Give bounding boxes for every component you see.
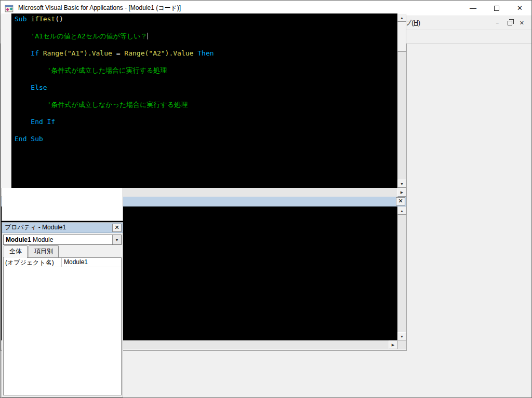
maximize-icon [494,6,499,11]
mdi-close-button[interactable]: ✕ [520,20,524,26]
mdi-minimize-button[interactable]: － [495,19,500,27]
window-title: Microsoft Visual Basic for Applications … [18,4,181,12]
maximize-button[interactable] [485,1,508,16]
properties-panel-title: プロパティ - Module1 [5,223,66,232]
tab-alphabetic[interactable]: 全体 [4,245,28,258]
minimize-icon: — [470,4,476,12]
properties-panel-close-button[interactable]: ✕ [112,224,122,232]
scroll-down-icon[interactable]: ▼ [397,332,406,340]
mdi-minimize-icon: － [495,19,500,27]
code-editor[interactable]: Sub ifTest() 'A1セルの値とA2セルの値が等しい？ If Rang… [11,13,397,188]
vbe-window: { "window": { "title": "Microsoft Visual… [0,0,532,398]
dropdown-arrow-icon[interactable]: ▼ [112,235,121,244]
text-cursor [148,33,148,39]
properties-panel-titlebar[interactable]: プロパティ - Module1 ✕ [2,223,123,233]
mdi-window-controls: － ✕ [495,19,531,27]
code-window: (General) ▼ ifTest ▼ Sub ifTest() 'A1セルの… [1,1,407,196]
immediate-close-button[interactable]: ✕ [396,197,405,205]
close-icon: ✕ [398,198,403,204]
scroll-right-icon[interactable]: ▶ [397,188,406,197]
object-selector-dropdown[interactable]: Module1 Module ▼ [3,235,122,245]
code-vertical-scrollbar[interactable]: ▲ ▼ [397,13,406,188]
mdi-restore-icon [508,21,512,25]
selected-object-name: Module1 [6,236,31,243]
selected-object-type: Module [33,236,53,243]
scroll-right-icon[interactable]: ▶ [389,340,397,349]
properties-grid: (オブジェクト名)Module1 [3,257,122,395]
vbe-app-icon [5,4,14,13]
immediate-vertical-scrollbar[interactable]: ▲ ▼ [397,207,406,340]
margin-indicator-bar[interactable] [1,13,11,188]
minimize-button[interactable]: — [461,1,485,16]
scrollbar-thumb[interactable] [397,22,406,52]
property-row[interactable]: (オブジェクト名)Module1 [4,258,121,267]
property-name: (オブジェクト名) [4,258,62,267]
close-icon: ✕ [517,4,523,12]
properties-tabs: 全体項目別 [2,246,123,257]
close-button[interactable]: ✕ [508,1,531,16]
scroll-up-icon[interactable]: ▲ [397,207,406,215]
tab-categorized[interactable]: 項目別 [29,245,59,257]
property-value[interactable]: Module1 [62,258,121,267]
scroll-up-icon[interactable]: ▲ [397,13,406,22]
scroll-down-icon[interactable]: ▼ [397,180,406,188]
close-icon: ✕ [114,225,119,230]
mdi-restore-button[interactable] [508,21,512,25]
mdi-close-icon: ✕ [520,20,524,26]
properties-panel: プロパティ - Module1 ✕ Module1 Module ▼ 全体項目別… [2,222,123,397]
